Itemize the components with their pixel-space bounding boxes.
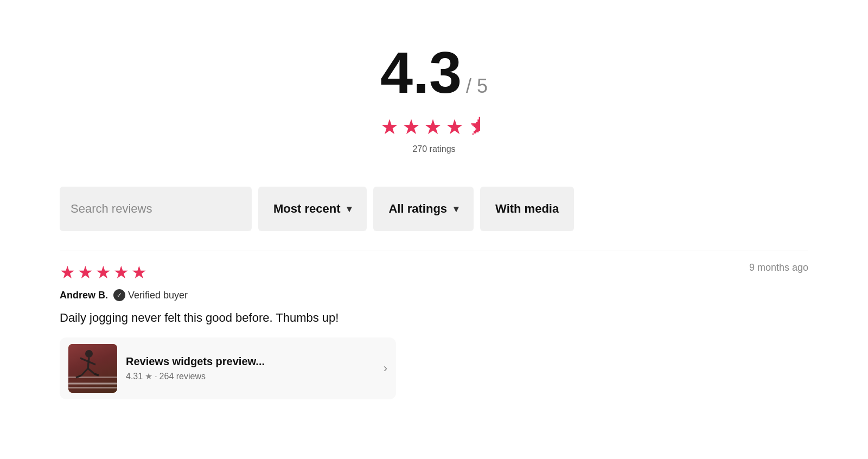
with-media-button[interactable]: With media [480,187,574,231]
star-1-icon: ★ [380,115,399,139]
preview-star-icon: ★ [145,371,152,381]
review-header: ★ ★ ★ ★ ★ 9 months ago [60,262,808,283]
review-star-1-icon: ★ [60,262,75,283]
sort-label: Most recent [273,202,340,216]
filter-bar: Most recent ▾ All ratings ▾ With media [60,187,808,231]
star-3-icon: ★ [424,115,442,139]
preview-score: 4.31 [126,372,143,381]
svg-line-4 [80,358,88,361]
reviewer-info: Andrew B. ✓ Verified buyer [60,289,808,301]
review-star-2-icon: ★ [78,262,93,283]
preview-meta: 4.31 ★ · 264 reviews [126,371,375,381]
search-input[interactable] [60,187,252,231]
review-text: Daily jogging never felt this good befor… [60,309,808,327]
svg-line-6 [81,368,88,375]
review-stars: ★ ★ ★ ★ ★ [60,262,147,283]
sort-dropdown[interactable]: Most recent ▾ [258,187,367,231]
verified-badge: ✓ Verified buyer [113,289,188,301]
preview-image [68,344,117,393]
preview-dot: · [155,372,157,381]
star-4-icon: ★ [445,115,464,139]
rating-stars: ★ ★ ★ ★ ⯨ [60,115,808,139]
svg-line-9 [94,374,99,375]
review-star-5-icon: ★ [131,262,147,283]
svg-line-3 [88,358,89,368]
review-star-4-icon: ★ [113,262,129,283]
star-2-icon: ★ [402,115,420,139]
svg-rect-1 [68,383,117,385]
rating-out-of: / 5 [466,75,488,98]
rating-score: 4.3 [380,43,462,102]
reviewer-name: Andrew B. [60,290,108,301]
review-star-3-icon: ★ [95,262,111,283]
sort-chevron-icon: ▾ [347,203,352,215]
star-half-icon: ⯨ [467,115,488,139]
review-item: ★ ★ ★ ★ ★ 9 months ago Andrew B. ✓ Verif… [60,251,808,416]
preview-card[interactable]: Reviews widgets preview... 4.31 ★ · 264 … [60,337,396,399]
preview-content: Reviews widgets preview... 4.31 ★ · 264 … [126,355,375,381]
verified-icon: ✓ [113,289,125,301]
preview-chevron-icon: › [384,361,387,375]
rating-filter-dropdown[interactable]: All ratings ▾ [373,187,474,231]
review-time: 9 months ago [749,262,808,273]
rating-filter-chevron-icon: ▾ [454,203,458,215]
rating-filter-label: All ratings [388,202,447,216]
preview-image-inner [68,344,117,393]
with-media-label: With media [495,202,559,216]
preview-review-count: 264 reviews [159,372,206,381]
svg-line-7 [88,368,94,374]
runner-illustration [68,344,117,393]
rating-summary: 4.3 / 5 ★ ★ ★ ★ ⯨ 270 ratings [60,22,808,170]
preview-title: Reviews widgets preview... [126,355,375,368]
ratings-count: 270 ratings [60,144,808,154]
verified-label: Verified buyer [128,290,188,301]
svg-point-2 [85,350,93,358]
